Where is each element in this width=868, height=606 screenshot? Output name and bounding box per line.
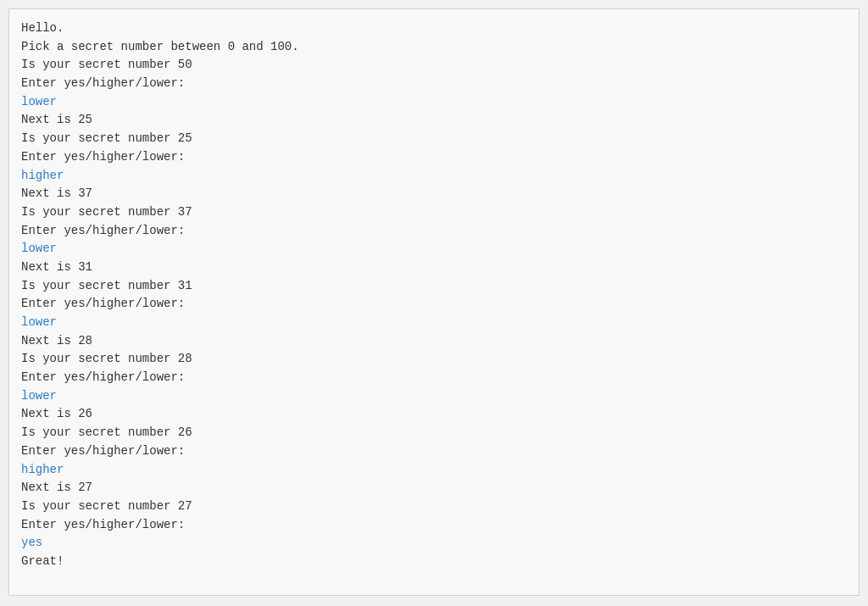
terminal-line: Is your secret number 50 bbox=[21, 56, 847, 75]
terminal-line: Next is 25 bbox=[21, 111, 847, 130]
terminal-line: higher bbox=[21, 461, 847, 480]
terminal-line: Next is 27 bbox=[21, 479, 847, 498]
terminal-line: Is your secret number 27 bbox=[21, 498, 847, 516]
terminal-line: Hello. bbox=[21, 19, 847, 38]
terminal-line: Great! bbox=[21, 553, 847, 571]
terminal-line: Enter yes/higher/lower: bbox=[21, 516, 847, 535]
terminal-line: Enter yes/higher/lower: bbox=[21, 369, 847, 387]
terminal-line: Enter yes/higher/lower: bbox=[21, 295, 847, 314]
terminal-line: Is your secret number 28 bbox=[21, 350, 847, 369]
terminal-line: Enter yes/higher/lower: bbox=[21, 222, 847, 241]
terminal-line: Enter yes/higher/lower: bbox=[21, 442, 847, 461]
terminal-line: lower bbox=[21, 387, 847, 406]
terminal-line: lower bbox=[21, 314, 847, 332]
terminal-line: Is your secret number 25 bbox=[21, 130, 847, 148]
terminal-line: Pick a secret number between 0 and 100. bbox=[21, 38, 847, 57]
terminal-line: Enter yes/higher/lower: bbox=[21, 148, 847, 167]
terminal-line: Next is 28 bbox=[21, 332, 847, 351]
terminal-line: higher bbox=[21, 167, 847, 186]
terminal-line: yes bbox=[21, 534, 847, 553]
terminal-line: Enter yes/higher/lower: bbox=[21, 75, 847, 93]
terminal-line: Next is 31 bbox=[21, 259, 847, 277]
terminal-line: Is your secret number 37 bbox=[21, 203, 847, 222]
terminal-line: Is your secret number 26 bbox=[21, 424, 847, 442]
terminal-output: Hello.Pick a secret number between 0 and… bbox=[8, 8, 860, 596]
terminal-line: Is your secret number 31 bbox=[21, 277, 847, 296]
terminal-line: Next is 37 bbox=[21, 185, 847, 203]
terminal-line: lower bbox=[21, 93, 847, 112]
terminal-line: lower bbox=[21, 240, 847, 259]
terminal-line: Next is 26 bbox=[21, 405, 847, 424]
